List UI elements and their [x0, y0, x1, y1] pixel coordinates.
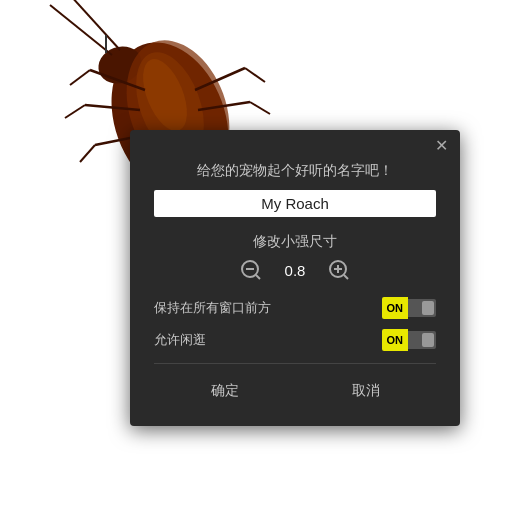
minus-magnify-icon — [240, 259, 262, 281]
cancel-button[interactable]: 取消 — [332, 376, 400, 406]
svg-line-25 — [344, 275, 348, 279]
settings-dialog: ✕ 给您的宠物起个好听的名字吧！ 修改小强尺寸 0.8 — [130, 130, 460, 426]
allow-wander-label: 允许闲逛 — [154, 331, 206, 349]
svg-line-17 — [250, 102, 270, 114]
size-label: 修改小强尺寸 — [154, 233, 436, 251]
allow-wander-track — [408, 331, 436, 349]
size-section: 修改小强尺寸 0.8 — [154, 233, 436, 281]
svg-line-13 — [70, 70, 90, 85]
dialog-titlebar: ✕ — [130, 130, 460, 158]
allow-wander-thumb — [422, 333, 434, 347]
always-on-top-label: 保持在所有窗口前方 — [154, 299, 271, 317]
decrease-size-button[interactable] — [236, 259, 266, 281]
allow-wander-toggle[interactable]: ON — [382, 329, 437, 351]
size-controls: 0.8 — [154, 259, 436, 281]
always-on-top-state: ON — [382, 297, 409, 319]
dialog-content: 给您的宠物起个好听的名字吧！ 修改小强尺寸 0.8 — [130, 158, 460, 426]
close-button[interactable]: ✕ — [431, 136, 452, 156]
svg-line-16 — [245, 68, 265, 82]
increase-size-button[interactable] — [324, 259, 354, 281]
name-input[interactable] — [154, 190, 436, 217]
always-on-top-thumb — [422, 301, 434, 315]
always-on-top-track — [408, 299, 436, 317]
size-value: 0.8 — [280, 262, 310, 279]
confirm-button[interactable]: 确定 — [191, 376, 259, 406]
dialog-footer: 确定 取消 — [154, 376, 436, 406]
footer-divider — [154, 363, 436, 364]
svg-line-15 — [80, 145, 95, 162]
always-on-top-row: 保持在所有窗口前方 ON — [154, 297, 436, 319]
prompt-label: 给您的宠物起个好听的名字吧！ — [154, 162, 436, 180]
allow-wander-row: 允许闲逛 ON — [154, 329, 436, 351]
svg-line-21 — [256, 275, 260, 279]
plus-magnify-icon — [328, 259, 350, 281]
allow-wander-state: ON — [382, 329, 409, 351]
always-on-top-toggle[interactable]: ON — [382, 297, 437, 319]
text-cursor — [105, 35, 107, 53]
svg-line-14 — [65, 105, 85, 118]
